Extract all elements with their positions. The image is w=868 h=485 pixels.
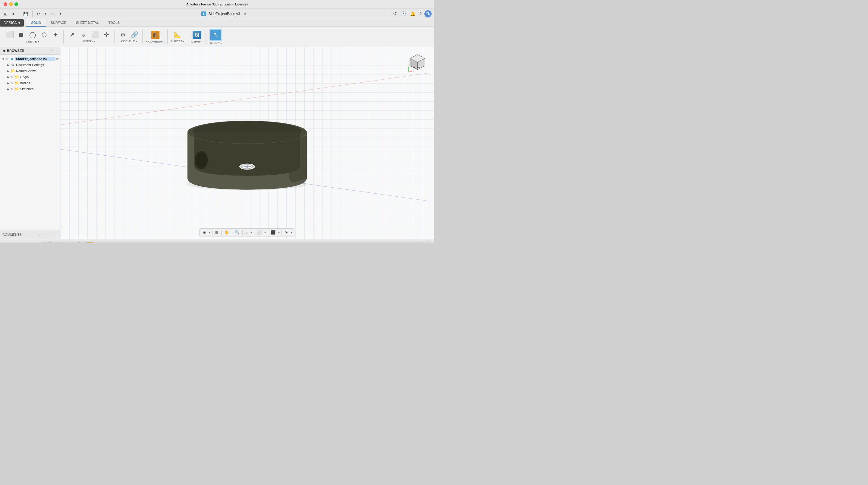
comments-resize-button[interactable]: | [56,232,58,237]
measure-button[interactable]: 📐 [172,31,183,39]
bodies-label: Bodies [20,81,59,85]
traffic-lights [4,2,18,6]
insert-icon: 🖼 [193,31,201,39]
add-tab-button[interactable]: + [386,10,390,17]
offset-plane-button[interactable]: ◧ [150,30,161,40]
tree-item-named-views[interactable]: ▶ 📁 Named Views [0,68,60,74]
tab-sheetmetal[interactable]: SHEET METAL [71,19,103,27]
snap-dropdown[interactable]: ▼ [208,231,211,234]
undo-button[interactable]: ↩ [35,10,41,17]
timeline-item-7-active[interactable]: ◻ [87,241,93,243]
save-button[interactable]: 💾 [22,10,30,17]
tree-item-root[interactable]: ▼ 👁 ◆ SideProjectBase v3 ⟳ [0,56,60,62]
timeline-item-4[interactable]: ◻ [65,241,71,243]
zoom-fit-button[interactable]: 🔍 [233,229,241,235]
revolve-button[interactable]: ◯ [27,31,38,39]
origin-visibility-icon[interactable]: 👁 [10,75,13,79]
comments-add-button[interactable]: + [38,232,40,237]
timeline-item-5[interactable]: ◻ [72,241,79,243]
insert-image-button[interactable]: 🖼 [191,30,202,40]
menu-button[interactable]: ▼ [10,11,17,17]
bodies-visibility-icon[interactable]: 👁 [10,81,13,85]
redo-dropdown[interactable]: ▼ [58,11,63,16]
pattern-icon: ✦ [53,32,58,38]
joint-origin-button[interactable]: 🔗 [129,31,140,39]
minimize-traffic-light[interactable] [9,2,13,6]
footer: ⏮ ◀ ▶ ▶ ⏭ ◻ ◻ ◻ ◻ ◻ ◻ ◻ ⚙ [0,239,434,242]
sweep-button[interactable]: ⬡ [38,31,50,39]
pattern-button[interactable]: ✦ [50,31,61,39]
design-dropdown-button[interactable]: DESIGN ▾ [0,19,24,27]
zoom-button[interactable]: ⌕ [244,229,249,235]
tree-item-origin[interactable]: ▶ 👁 📁 Origin [0,74,60,80]
timeline-item-1[interactable]: ◻ [43,241,50,243]
snap-button[interactable]: ⊕ [201,229,208,235]
close-traffic-light[interactable] [4,2,7,6]
select-label: SELECT ▾ [209,42,222,45]
play-next-button[interactable]: ▶ [27,241,32,243]
pan-button[interactable]: ✋ [223,229,230,235]
doc-close-button[interactable]: × [242,10,248,17]
root-label: SideProjectBase v3 [15,57,56,61]
apps-button[interactable]: ⊞ [2,10,9,17]
display-dropdown[interactable]: ▼ [264,231,267,234]
footer-settings-button[interactable]: ⚙ [426,241,431,243]
sketches-visibility-icon[interactable]: 👁 [10,87,13,91]
tab-surface[interactable]: SURFACE [46,19,71,27]
maximize-traffic-light[interactable] [14,2,18,6]
press-pull-button[interactable]: ↗ [67,31,78,39]
environment-button[interactable]: ☀ [283,229,290,235]
extrude-button[interactable]: ◼ [16,31,27,39]
titlebar: Autodesk Fusion 360 (Education License) [0,0,434,8]
browser-resize-button[interactable]: | [55,48,58,53]
timeline-item-2[interactable]: ◻ [50,241,57,243]
play-button[interactable]: ▶ [19,241,25,243]
refresh-button[interactable]: ↺ [392,10,398,18]
undo-dropdown[interactable]: ▼ [43,11,49,16]
assemble-label: ASSEMBLE ▾ [120,40,137,43]
combine-button[interactable]: ⬜ [90,31,100,39]
origin-arrow: ▶ [6,76,10,79]
ribbon-content: ⬜ ◼ ◯ ⬡ ✦ CREATE ▾ ↗ [0,27,434,47]
tab-solid[interactable]: SOLID [26,19,46,27]
play-last-button[interactable]: ⏭ [34,241,41,243]
root-visibility-icon[interactable]: 👁 [5,57,9,61]
named-views-arrow: ▶ [6,69,10,73]
tree-item-doc-settings[interactable]: ▶ ⚙ Document Settings [0,62,60,68]
bell-button[interactable]: 🔔 [409,10,416,18]
main-area: ◀ BROWSER − | ▼ 👁 ◆ SideProjectBase v3 ⟳… [0,47,434,239]
clock-button[interactable]: 🕐 [400,10,407,18]
play-prev-button[interactable]: ◀ [11,241,17,243]
press-pull-icon: ↗ [70,32,75,38]
visual-style-button[interactable]: ⬛ [269,229,277,235]
viewport[interactable]: FRONT Z ↑ ⊕ ▼ ⊞ ✋ 🔍 ⌕ ▼ ⬜ ▼ ⬛ [60,47,434,239]
nav-cube[interactable]: FRONT Z ↑ [407,53,428,74]
grid-button[interactable]: ⊞ [214,229,220,235]
environment-dropdown[interactable]: ▼ [290,231,293,234]
fillet-button[interactable]: ⟐ [78,31,89,39]
display-mode-button[interactable]: ⬜ [255,229,263,235]
zoom-dropdown[interactable]: ▼ [250,231,253,234]
user-avatar[interactable]: YL [424,10,432,18]
tab-tools[interactable]: TOOLS [104,19,124,27]
new-component-button[interactable]: ⬜ [4,30,15,39]
topbar: ⊞ ▼ 💾 ↩ ▼ ↪ ▼ ◆ SideProjectBase v3 × + ↺… [0,8,434,19]
timeline-item-3[interactable]: ◻ [58,241,64,243]
play-first-button[interactable]: ⏮ [3,241,10,243]
help-button[interactable]: ? [418,10,423,17]
visual-dropdown[interactable]: ▼ [278,231,280,234]
browser-pin-button[interactable]: − [50,48,54,53]
construct-label: CONSTRUCT ▾ [146,41,165,44]
move-icon: ✛ [104,32,109,38]
new-joint-button[interactable]: ⚙ [118,31,128,39]
select-icon: ↖ [210,30,221,40]
svg-text:↑: ↑ [407,65,409,67]
tree-item-bodies[interactable]: ▶ 👁 📁 Bodies [0,80,60,86]
tree-item-sketches[interactable]: ▶ 👁 📁 Sketches [0,86,60,92]
root-arrow: ▼ [1,57,5,61]
redo-button[interactable]: ↪ [50,10,56,17]
timeline-item-6[interactable]: ◻ [79,241,86,243]
select-button[interactable]: ↖ [209,29,222,41]
browser-collapse-button[interactable]: ◀ [2,49,5,53]
move-button[interactable]: ✛ [101,31,112,39]
